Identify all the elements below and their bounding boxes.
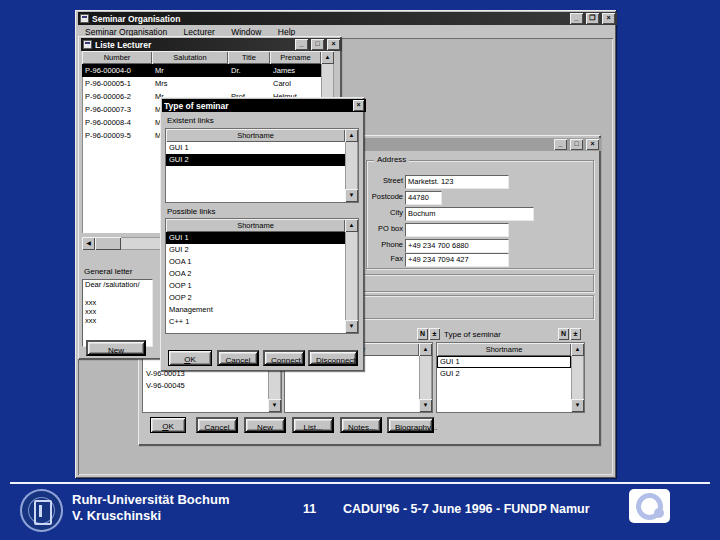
minimize-icon[interactable]: _ bbox=[295, 39, 308, 50]
pobox-label: PO box bbox=[369, 223, 403, 235]
scroll-down-icon[interactable]: ▼ bbox=[345, 320, 358, 333]
sort-button[interactable]: ± bbox=[429, 328, 440, 340]
scrollbar[interactable]: ▲ ▼ bbox=[419, 343, 432, 412]
page-number: 11 bbox=[303, 501, 316, 517]
affiliation-line2: V. Kruschinski bbox=[72, 508, 229, 524]
table-row[interactable]: P-96-00005-1 Mrs Carol bbox=[82, 77, 321, 90]
list-item[interactable]: OOP 2 bbox=[166, 292, 345, 304]
footer-separator bbox=[10, 482, 710, 484]
n-button[interactable]: N bbox=[558, 328, 569, 340]
city-field[interactable]: Bochum bbox=[405, 207, 534, 221]
column-prename[interactable]: Prename bbox=[270, 51, 321, 64]
possible-links-label: Possible links bbox=[167, 207, 215, 216]
street-field[interactable]: Marketst. 123 bbox=[405, 175, 509, 189]
connect-button[interactable]: Connect bbox=[263, 350, 305, 366]
close-icon[interactable]: × bbox=[586, 139, 599, 150]
type-of-seminar-dialog: Type of seminar × Existent links Shortna… bbox=[160, 97, 364, 371]
postcode-label: Postcode bbox=[369, 191, 403, 203]
cadui-logo bbox=[629, 489, 670, 523]
list-item[interactable]: V-96-00045 bbox=[143, 380, 268, 392]
list-item[interactable]: C++ 1 bbox=[166, 316, 345, 328]
scroll-left-icon[interactable]: ◀ bbox=[82, 237, 95, 250]
scroll-up-icon[interactable]: ▲ bbox=[419, 343, 432, 356]
maximize-icon[interactable]: □ bbox=[570, 139, 583, 150]
column-salutation[interactable]: Salutation bbox=[152, 51, 228, 64]
close-icon[interactable]: × bbox=[602, 13, 615, 24]
phone-label: Phone bbox=[369, 239, 403, 251]
minimize-icon[interactable]: _ bbox=[570, 13, 583, 24]
fax-field[interactable]: +49 234 7094 427 bbox=[405, 253, 509, 267]
scroll-down-icon[interactable]: ▼ bbox=[268, 399, 281, 412]
list-item[interactable]: OOA 1 bbox=[166, 256, 345, 268]
scroll-up-icon[interactable]: ▲ bbox=[321, 51, 334, 64]
scroll-down-icon[interactable]: ▼ bbox=[571, 399, 584, 412]
scroll-down-icon[interactable]: ▼ bbox=[419, 399, 432, 412]
restore-icon[interactable]: ❐ bbox=[586, 13, 599, 24]
table-header: Number Salutation Title Prename bbox=[82, 51, 321, 64]
city-label: City bbox=[369, 207, 403, 219]
maximize-icon[interactable]: □ bbox=[311, 39, 324, 50]
notes-button[interactable]: Notes... bbox=[340, 417, 382, 433]
new-button[interactable]: New bbox=[86, 340, 146, 356]
ok-button[interactable]: OK bbox=[150, 417, 186, 433]
type-of-seminar-list: Shortname GUI 1 GUI 2 ▲ ▼ bbox=[437, 343, 584, 412]
footer-affiliation: Ruhr-Universität Bochum V. Kruschinski bbox=[72, 492, 229, 524]
letter-line: xxx bbox=[83, 298, 152, 307]
scrollbar[interactable]: ▲ ▼ bbox=[345, 129, 358, 202]
window-icon bbox=[83, 40, 92, 49]
existent-links-list: Shortname GUI 1 GUI 2 ▲ ▼ bbox=[166, 129, 358, 202]
footer-conference: CADUI'96 - 5-7 June 1996 - FUNDP Namur bbox=[343, 501, 590, 517]
biography-button[interactable]: Biography... bbox=[387, 417, 434, 433]
n-button[interactable]: N bbox=[417, 328, 428, 340]
scroll-down-icon[interactable]: ▼ bbox=[345, 189, 358, 202]
scrollbar[interactable]: ▲ ▼ bbox=[345, 219, 358, 333]
list-item[interactable]: GUI 2 bbox=[166, 244, 345, 256]
slide: Seminar Organisation _ ❐ × Seminar Organ… bbox=[0, 0, 720, 540]
list-item[interactable]: GUI 1 bbox=[166, 232, 345, 244]
list-item[interactable]: OOA 2 bbox=[166, 268, 345, 280]
type-list-header: Shortname bbox=[437, 343, 571, 356]
main-titlebar: Seminar Organisation _ ❐ × bbox=[78, 12, 617, 25]
list-item[interactable]: GUI 1 bbox=[166, 142, 345, 154]
cancel-button[interactable]: Cancel bbox=[217, 350, 259, 366]
phone-field[interactable]: +49 234 700 6880 bbox=[405, 239, 509, 253]
liste-titlebar: Liste Lecturer _ □ × bbox=[81, 38, 342, 51]
general-letter-label: General letter bbox=[84, 267, 132, 276]
list-item[interactable]: GUI 2 bbox=[437, 368, 571, 380]
street-label: Street bbox=[369, 175, 403, 187]
list-item[interactable]: GUI 1 bbox=[437, 356, 571, 368]
address-group: Address Street Marketst. 123 Postcode 44… bbox=[366, 160, 594, 269]
letter-line: xxx bbox=[83, 307, 152, 316]
scrollbar-thumb[interactable] bbox=[95, 237, 121, 250]
scroll-up-icon[interactable]: ▲ bbox=[345, 129, 358, 142]
list-button[interactable]: List... bbox=[292, 417, 334, 433]
scrollbar[interactable]: ▲ ▼ bbox=[571, 343, 584, 412]
type-of-seminar-label: Type of seminar bbox=[444, 330, 501, 339]
close-icon[interactable]: × bbox=[353, 100, 364, 111]
sort-button[interactable]: ± bbox=[570, 328, 581, 340]
list-item[interactable]: Management bbox=[166, 304, 345, 316]
existent-links-label: Existent links bbox=[167, 116, 214, 125]
possible-links-list: Shortname GUI 1 GUI 2 OOA 1 OOA 2 OOP 1 … bbox=[166, 219, 358, 333]
fax-label: Fax bbox=[369, 253, 403, 265]
new-button[interactable]: New bbox=[244, 417, 286, 433]
minimize-icon[interactable]: _ bbox=[554, 139, 567, 150]
affiliation-line1: Ruhr-Universität Bochum bbox=[72, 492, 229, 508]
ok-button[interactable]: OK bbox=[168, 350, 212, 366]
postcode-field[interactable]: 44780 bbox=[405, 191, 442, 205]
general-letter-box[interactable]: Dear /salutation/ xxx xxx xxx bbox=[82, 279, 153, 347]
table-row[interactable]: P-96-00004-0 Mr Dr. James bbox=[82, 64, 321, 77]
scroll-up-icon[interactable]: ▲ bbox=[571, 343, 584, 356]
column-title[interactable]: Title bbox=[228, 51, 270, 64]
scroll-up-icon[interactable]: ▲ bbox=[345, 219, 358, 232]
cancel-button[interactable]: Cancel bbox=[196, 417, 238, 433]
dialog-title: Type of seminar bbox=[164, 101, 350, 111]
close-icon[interactable]: × bbox=[327, 39, 340, 50]
letter-line: Dear /salutation/ bbox=[83, 280, 152, 289]
disconnect-button[interactable]: Disconnect bbox=[308, 350, 358, 366]
column-number[interactable]: Number bbox=[82, 51, 152, 64]
list-item[interactable]: OOP 1 bbox=[166, 280, 345, 292]
list-item[interactable]: GUI 2 bbox=[166, 154, 345, 166]
pobox-field[interactable] bbox=[405, 223, 509, 237]
liste-window-title: Liste Lecturer bbox=[95, 40, 292, 50]
